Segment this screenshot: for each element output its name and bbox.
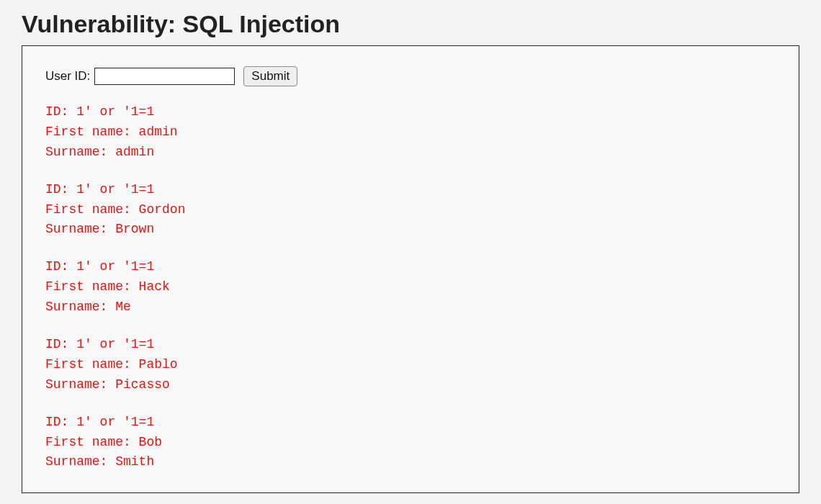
result-surname-line: Surname: Smith bbox=[45, 452, 776, 472]
result-block: ID: 1' or '1=1First name: BobSurname: Sm… bbox=[45, 413, 776, 473]
result-id-line: ID: 1' or '1=1 bbox=[45, 335, 776, 355]
result-block: ID: 1' or '1=1First name: GordonSurname:… bbox=[45, 180, 776, 240]
user-id-label: User ID: bbox=[45, 69, 90, 84]
result-surname-line: Surname: Me bbox=[45, 297, 776, 318]
submit-button[interactable]: Submit bbox=[243, 66, 297, 86]
result-first-name-line: First name: Bob bbox=[45, 433, 776, 453]
result-block: ID: 1' or '1=1First name: HackSurname: M… bbox=[45, 257, 776, 318]
result-id-line: ID: 1' or '1=1 bbox=[45, 257, 776, 277]
content-panel: User ID: Submit ID: 1' or '1=1First name… bbox=[22, 45, 799, 493]
results-output: ID: 1' or '1=1First name: adminSurname: … bbox=[45, 102, 776, 472]
result-id-line: ID: 1' or '1=1 bbox=[45, 180, 776, 200]
result-first-name-line: First name: Gordon bbox=[45, 200, 776, 220]
result-block: ID: 1' or '1=1First name: adminSurname: … bbox=[45, 102, 776, 163]
result-surname-line: Surname: Picasso bbox=[45, 375, 776, 395]
result-first-name-line: First name: Pablo bbox=[45, 355, 776, 375]
result-surname-line: Surname: Brown bbox=[45, 220, 776, 240]
result-first-name-line: First name: Hack bbox=[45, 277, 776, 297]
result-block: ID: 1' or '1=1First name: PabloSurname: … bbox=[45, 335, 776, 395]
result-first-name-line: First name: admin bbox=[45, 122, 776, 143]
result-surname-line: Surname: admin bbox=[45, 143, 776, 163]
user-id-form: User ID: Submit bbox=[45, 66, 776, 86]
result-id-line: ID: 1' or '1=1 bbox=[45, 102, 776, 122]
page-title: Vulnerability: SQL Injection bbox=[0, 0, 821, 45]
user-id-input[interactable] bbox=[94, 68, 235, 85]
result-id-line: ID: 1' or '1=1 bbox=[45, 413, 776, 433]
